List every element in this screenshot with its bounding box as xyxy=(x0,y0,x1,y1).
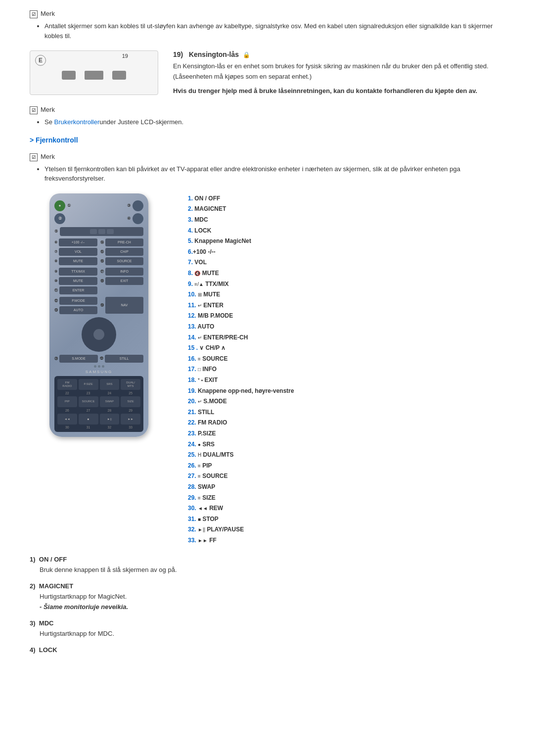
desc-item-3: 3) MDC Hurtigstartknapp for MDC. xyxy=(30,619,504,639)
remote-btn-stop[interactable]: ■ xyxy=(79,414,98,425)
remote-nav[interactable] xyxy=(82,317,116,352)
remote-body: ● ① ② ③ ④ xyxy=(49,193,148,437)
desc-section: 1) ON / OFF Bruk denne knappen til å slå… xyxy=(30,556,504,653)
remote-btn-4[interactable] xyxy=(133,213,143,224)
remote-btn-srs[interactable]: SRS xyxy=(100,379,120,390)
remote-bottom-panel: FMRADIO P.SIZE SRS DUAL/MTS 22 23 24 25 … xyxy=(54,376,143,432)
remote-list-item-3: 3. MDC xyxy=(188,215,504,226)
remote-list-item-1: 1. ON / OFF xyxy=(188,193,504,204)
desc-text-2-bold: - Šiame monitoriuje neveikia. xyxy=(40,603,128,611)
remote-list-item-19: 19. Knappene opp-ned, høyre-venstre xyxy=(188,386,504,397)
remote-btn-fm-radio[interactable]: FMRADIO xyxy=(57,379,77,390)
port-hole-2 xyxy=(112,71,126,80)
remote-brand: SAMSUNG xyxy=(54,370,143,374)
remote-btn-source[interactable]: SOURCE xyxy=(79,396,98,407)
kensington-number: 19) Kensington-lås 🔒 xyxy=(173,50,504,58)
remote-list-item-2: 2. MAGICNET xyxy=(188,204,504,215)
remote-list-item-33: 33. ►► FF xyxy=(188,535,504,546)
desc-item-1: 1) ON / OFF Bruk denne knappen til å slå… xyxy=(30,556,504,575)
remote-btn-swap[interactable]: SWAP xyxy=(100,396,120,407)
remote-btn-rew[interactable]: ◄◄ xyxy=(57,414,77,425)
remote-nav-center[interactable] xyxy=(93,329,104,340)
remote-list-item-29: 29. ≡ SIZE xyxy=(188,493,504,504)
remote-list-item-25: 25. H DUAL/MTS xyxy=(188,450,504,461)
remote-list-item-28: 28. SWAP xyxy=(188,482,504,493)
remote-btn-size[interactable]: SIZE xyxy=(121,396,140,407)
desc-text-1: Bruk denne knappen til å slå skjermen av… xyxy=(40,565,504,575)
remote-list-item-16: 16. ≡ SOURCE xyxy=(188,354,504,365)
remote-list-item-26: 26. ≡ PIP xyxy=(188,461,504,472)
remote-list-item-9: 9. ≡/▲ TTX/MIX xyxy=(188,279,504,290)
remote-btn-ff[interactable]: ►► xyxy=(121,414,140,425)
kensington-desc: En Kensington-lås er en enhet som brukes… xyxy=(173,61,504,82)
remote-list-item-32: 32. ►|| PLAY/PAUSE xyxy=(188,524,504,535)
remote-list-item-18: 18. * ▪ EXIT xyxy=(188,375,504,386)
note-label-2: Merk xyxy=(41,106,55,113)
remote-list-item-14: 14. ↵ ENTER/PRE-CH xyxy=(188,332,504,343)
desc-num-4: 4) LOCK xyxy=(30,646,504,654)
remote-btn-pip[interactable]: PIP xyxy=(57,396,77,407)
kensington-row: E 19 19) Kensington-lås 🔒 En Kensington-… xyxy=(30,50,504,96)
note-icon-1: ☑ xyxy=(30,10,38,18)
remote-list-item-30: 30. ◄◄ REW xyxy=(188,503,504,514)
num-19-label: 19 xyxy=(122,53,128,59)
remote-btn-2[interactable]: ② xyxy=(54,213,65,224)
note-section-2: ☑ Merk Se Brukerkontrollerunder Justere … xyxy=(30,106,504,127)
note-section-3: ☑ Merk Ytelsen til fjernkontrollen kan b… xyxy=(30,153,504,184)
e-label: E xyxy=(35,55,46,66)
bullet-item-1: Antallet skjermer som kan kobles til ut-… xyxy=(44,21,504,41)
remote-list-item-12: 12. M/B P.MODE xyxy=(188,311,504,322)
remote-list-item-24: 24. ● SRS xyxy=(188,439,504,450)
fjernkontroll-heading: Fjernkontroll xyxy=(30,136,504,144)
remote-list-item-22: 22. FM RADIO xyxy=(188,418,504,428)
remote-list-item-4: 4. LOCK xyxy=(188,226,504,236)
remote-list-item-31: 31. ■ STOP xyxy=(188,514,504,525)
remote-bottom-row-2: PIP SOURCE SWAP SIZE xyxy=(57,396,140,407)
note-block-1: ☑ Merk xyxy=(30,10,504,18)
remote-list: 1. ON / OFF 2. MAGICNET 3. MDC 4. LOCK 5… xyxy=(188,193,504,546)
note-section-1: ☑ Merk Antallet skjermer som kan kobles … xyxy=(30,10,504,41)
remote-btn-1[interactable]: ● xyxy=(54,200,65,211)
remote-list-item-21: 21. STILL xyxy=(188,407,504,418)
remote-list-item-23: 23. P.SIZE xyxy=(188,428,504,439)
remote-btn-psize[interactable]: P.SIZE xyxy=(79,379,98,390)
remote-btn-3[interactable] xyxy=(133,200,143,211)
remote-list-item-5: 5. Knappene MagicNet xyxy=(188,236,504,247)
brukerkontroller-link[interactable]: Brukerkontroller xyxy=(54,118,100,126)
desc-num-3: 3) MDC xyxy=(30,619,504,627)
kensington-text-col: 19) Kensington-lås 🔒 En Kensington-lås e… xyxy=(173,50,504,96)
note-label-3: Merk xyxy=(41,153,55,160)
remote-btn-dual[interactable]: DUAL/MTS xyxy=(121,379,140,390)
lock-icon: 🔒 xyxy=(243,51,250,58)
bullet-list-1: Antallet skjermer som kan kobles til ut-… xyxy=(44,21,504,41)
bullet-list-3: Ytelsen til fjernkontrollen kan bli påvi… xyxy=(44,164,504,184)
kensington-bold: Hvis du trenger hjelp med å bruke låsein… xyxy=(173,86,504,96)
remote-list-item-15: 15 . ∨ CH/P ∧ xyxy=(188,343,504,354)
desc-item-4: 4) LOCK xyxy=(30,646,504,654)
port-hole-1 xyxy=(62,71,76,80)
note-block-3: ☑ Merk xyxy=(30,153,504,161)
port-rect xyxy=(85,71,103,80)
note-icon-2: ☑ xyxy=(30,106,38,114)
remote-list-item-20: 20. ↵ S.MODE xyxy=(188,396,504,407)
remote-btn-play[interactable]: ►|| xyxy=(100,414,120,425)
note-block-2: ☑ Merk xyxy=(30,106,504,114)
remote-list-item-17: 17. □ INFO xyxy=(188,364,504,375)
desc-text-3: Hurtigstartknapp for MDC. xyxy=(40,629,504,639)
desc-item-2: 2) MAGICNET Hurtigstartknapp for MagicNe… xyxy=(30,582,504,613)
fjernkontroll-section: Fjernkontroll xyxy=(30,136,504,144)
note-label-1: Merk xyxy=(41,10,55,17)
remote-image-col: ● ① ② ③ ④ xyxy=(30,193,168,546)
remote-list-item-13: 13. AUTO xyxy=(188,322,504,332)
desc-num-2: 2) MAGICNET xyxy=(30,582,504,590)
remote-list-item-6: 6.+100 -/-- xyxy=(188,247,504,258)
remote-list-item-10: 10. ⊞ MUTE xyxy=(188,289,504,300)
remote-bottom-row-1: FMRADIO P.SIZE SRS DUAL/MTS xyxy=(57,379,140,390)
desc-text-2: Hurtigstartknapp for MagicNet. - Šiame m… xyxy=(40,592,504,613)
bullet-list-2: Se Brukerkontrollerunder Justere LCD-skj… xyxy=(44,117,504,127)
bullet-item-2: Se Brukerkontrollerunder Justere LCD-skj… xyxy=(44,117,504,127)
bullet-item-3: Ytelsen til fjernkontrollen kan bli påvi… xyxy=(44,164,504,184)
remote-list-item-7: 7. VOL xyxy=(188,257,504,268)
note-icon-3: ☑ xyxy=(30,153,38,161)
remote-ctrl-row: ◄◄ ■ ►|| ►► xyxy=(57,414,140,425)
